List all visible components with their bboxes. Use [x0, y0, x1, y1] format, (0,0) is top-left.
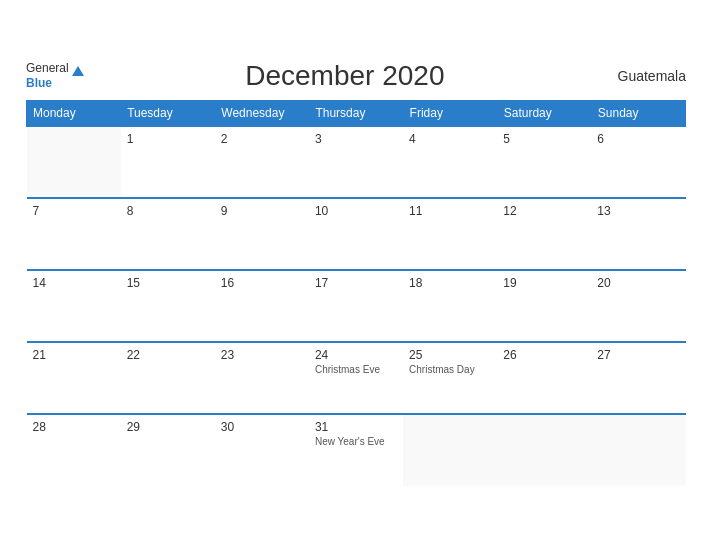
day-number: 30 [221, 420, 303, 434]
calendar-cell: 14 [27, 270, 121, 342]
day-number: 24 [315, 348, 397, 362]
week-row-1: 123456 [27, 126, 686, 198]
day-number: 7 [33, 204, 115, 218]
day-number: 26 [503, 348, 585, 362]
calendar-cell: 21 [27, 342, 121, 414]
weekday-header-wednesday: Wednesday [215, 100, 309, 126]
calendar-cell: 19 [497, 270, 591, 342]
week-row-4: 21222324Christmas Eve25Christmas Day2627 [27, 342, 686, 414]
calendar-cell: 13 [591, 198, 685, 270]
logo-blue-text: Blue [26, 76, 84, 90]
day-number: 8 [127, 204, 209, 218]
day-number: 31 [315, 420, 397, 434]
calendar-cell: 18 [403, 270, 497, 342]
day-number: 19 [503, 276, 585, 290]
day-number: 20 [597, 276, 679, 290]
calendar-cell: 1 [121, 126, 215, 198]
week-row-3: 14151617181920 [27, 270, 686, 342]
day-number: 13 [597, 204, 679, 218]
calendar-cell: 30 [215, 414, 309, 486]
day-number: 22 [127, 348, 209, 362]
weekday-header-sunday: Sunday [591, 100, 685, 126]
logo-triangle-icon [72, 66, 84, 76]
calendar-cell: 31New Year's Eve [309, 414, 403, 486]
calendar-cell: 6 [591, 126, 685, 198]
calendar-cell: 5 [497, 126, 591, 198]
day-number: 12 [503, 204, 585, 218]
calendar-cell: 24Christmas Eve [309, 342, 403, 414]
calendar-cell: 7 [27, 198, 121, 270]
calendar-cell: 4 [403, 126, 497, 198]
day-number: 27 [597, 348, 679, 362]
day-number: 9 [221, 204, 303, 218]
calendar-cell: 20 [591, 270, 685, 342]
weekday-header-row: MondayTuesdayWednesdayThursdayFridaySatu… [27, 100, 686, 126]
day-number: 29 [127, 420, 209, 434]
calendar-cell: 12 [497, 198, 591, 270]
calendar-cell: 8 [121, 198, 215, 270]
logo-general-text: General [26, 61, 69, 75]
day-number: 5 [503, 132, 585, 146]
day-event: Christmas Eve [315, 364, 397, 375]
day-number: 1 [127, 132, 209, 146]
weekday-header-friday: Friday [403, 100, 497, 126]
week-row-2: 78910111213 [27, 198, 686, 270]
week-row-5: 28293031New Year's Eve [27, 414, 686, 486]
calendar-cell: 9 [215, 198, 309, 270]
calendar-wrapper: General Blue December 2020 Guatemala Mon… [11, 50, 701, 501]
calendar-cell: 17 [309, 270, 403, 342]
calendar-cell: 15 [121, 270, 215, 342]
day-number: 18 [409, 276, 491, 290]
calendar-header: General Blue December 2020 Guatemala [26, 60, 686, 92]
day-number: 21 [33, 348, 115, 362]
weekday-header-saturday: Saturday [497, 100, 591, 126]
weekday-header-tuesday: Tuesday [121, 100, 215, 126]
day-number: 15 [127, 276, 209, 290]
day-number: 17 [315, 276, 397, 290]
calendar-cell [497, 414, 591, 486]
day-number: 4 [409, 132, 491, 146]
day-event: Christmas Day [409, 364, 491, 375]
calendar-cell: 10 [309, 198, 403, 270]
day-event: New Year's Eve [315, 436, 397, 447]
calendar-cell: 25Christmas Day [403, 342, 497, 414]
day-number: 25 [409, 348, 491, 362]
day-number: 2 [221, 132, 303, 146]
calendar-cell [27, 126, 121, 198]
calendar-cell: 23 [215, 342, 309, 414]
calendar-cell: 3 [309, 126, 403, 198]
day-number: 3 [315, 132, 397, 146]
calendar-cell: 16 [215, 270, 309, 342]
calendar-title: December 2020 [84, 60, 606, 92]
calendar-cell: 2 [215, 126, 309, 198]
day-number: 14 [33, 276, 115, 290]
calendar-cell: 27 [591, 342, 685, 414]
calendar-cell: 29 [121, 414, 215, 486]
calendar-grid: MondayTuesdayWednesdayThursdayFridaySatu… [26, 100, 686, 486]
weekday-header-monday: Monday [27, 100, 121, 126]
calendar-cell: 22 [121, 342, 215, 414]
weekday-header-thursday: Thursday [309, 100, 403, 126]
day-number: 10 [315, 204, 397, 218]
calendar-cell: 28 [27, 414, 121, 486]
day-number: 28 [33, 420, 115, 434]
calendar-cell [403, 414, 497, 486]
day-number: 23 [221, 348, 303, 362]
calendar-cell [591, 414, 685, 486]
calendar-cell: 11 [403, 198, 497, 270]
calendar-cell: 26 [497, 342, 591, 414]
day-number: 16 [221, 276, 303, 290]
logo: General Blue [26, 61, 84, 90]
calendar-country: Guatemala [606, 68, 686, 84]
day-number: 6 [597, 132, 679, 146]
day-number: 11 [409, 204, 491, 218]
